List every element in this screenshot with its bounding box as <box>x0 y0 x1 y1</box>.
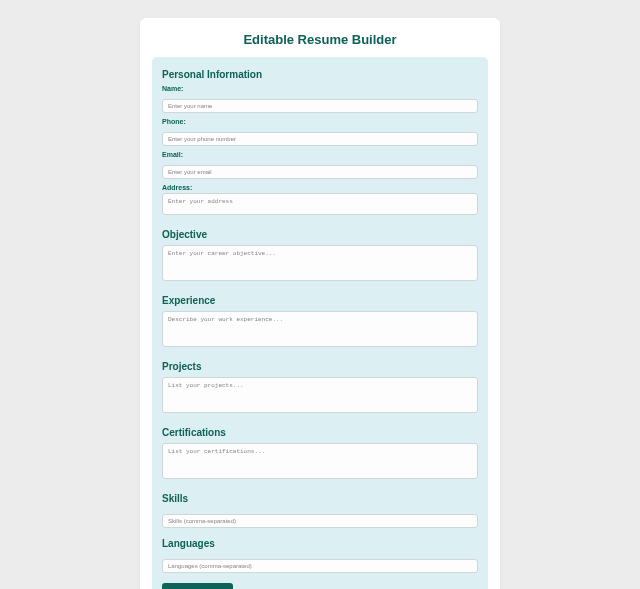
section-languages-heading: Languages <box>162 538 478 549</box>
skills-input[interactable] <box>162 514 478 528</box>
languages-input[interactable] <box>162 559 478 573</box>
name-input[interactable] <box>162 99 478 113</box>
form-panel: Personal Information Name: Phone: Email:… <box>152 57 488 589</box>
experience-input[interactable] <box>162 311 478 347</box>
certifications-input[interactable] <box>162 443 478 479</box>
resume-builder-card: Editable Resume Builder Personal Informa… <box>140 18 500 589</box>
address-label: Address: <box>162 184 478 191</box>
page-title: Editable Resume Builder <box>152 32 488 47</box>
email-label: Email: <box>162 151 478 158</box>
section-skills-heading: Skills <box>162 493 478 504</box>
phone-input[interactable] <box>162 132 478 146</box>
objective-input[interactable] <box>162 245 478 281</box>
phone-label: Phone: <box>162 118 478 125</box>
address-input[interactable] <box>162 193 478 215</box>
name-label: Name: <box>162 85 478 92</box>
email-input[interactable] <box>162 165 478 179</box>
section-personal-heading: Personal Information <box>162 69 478 80</box>
section-certifications-heading: Certifications <box>162 427 478 438</box>
section-projects-heading: Projects <box>162 361 478 372</box>
section-experience-heading: Experience <box>162 295 478 306</box>
section-objective-heading: Objective <box>162 229 478 240</box>
projects-input[interactable] <box>162 377 478 413</box>
generate-resume-button[interactable]: Generate Resume <box>162 583 233 589</box>
